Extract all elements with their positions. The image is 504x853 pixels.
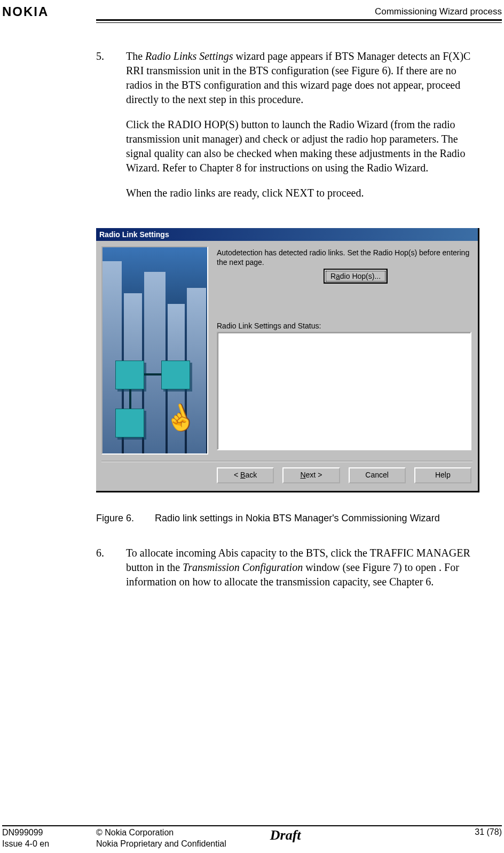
- section-label: Radio Link Settings and Status:: [217, 321, 321, 331]
- issue: Issue 4-0 en: [2, 839, 96, 850]
- paragraph: Click the RADIO HOP(S) button to launch …: [126, 118, 481, 175]
- step-6: 6. To allocate incoming Abis capacity to…: [96, 546, 481, 600]
- rule: [96, 22, 502, 23]
- rule: [96, 19, 502, 21]
- paragraph: When the radio links are ready, click NE…: [126, 186, 481, 200]
- figure-caption: Figure 6. Radio link settings in Nokia B…: [96, 512, 481, 525]
- step-5: 5. The Radio Links Settings wizard page …: [96, 49, 481, 211]
- dialog-instruction-text: Autodetection has detected radio links. …: [217, 246, 471, 267]
- page-number: 31 (78): [475, 827, 502, 837]
- paragraph: The Radio Links Settings wizard page app…: [126, 49, 481, 107]
- draft-watermark: Draft: [270, 827, 301, 843]
- back-button[interactable]: < Back: [217, 467, 274, 483]
- rule: [2, 825, 502, 826]
- cancel-button[interactable]: Cancel: [349, 467, 406, 483]
- doc-id: DN999099: [2, 827, 96, 839]
- text: dio Hop(s)...: [340, 272, 381, 280]
- text: R: [330, 272, 336, 280]
- figure-number: Figure 6.: [96, 512, 155, 525]
- step-number: 6.: [96, 546, 126, 600]
- text: ext >: [306, 471, 322, 479]
- dialog-titlebar: Radio Link Settings: [96, 228, 478, 241]
- figure-caption-text: Radio link settings in Nokia BTS Manager…: [155, 512, 440, 525]
- page-header-title: Commissioning Wizard process: [375, 6, 502, 17]
- radio-link-status-listbox[interactable]: [217, 332, 471, 450]
- wizard-sidebar-image: ☝: [101, 246, 208, 455]
- text: a: [336, 272, 340, 280]
- page-footer: DN999099 Issue 4-0 en © Nokia Corporatio…: [2, 827, 502, 850]
- next-button[interactable]: Next >: [282, 467, 340, 483]
- text-italic: Transmission Configuration: [183, 561, 303, 573]
- confidential: Nokia Proprietary and Confidential: [96, 839, 270, 850]
- paragraph: To allocate incoming Abis capacity to th…: [126, 546, 481, 589]
- copyright: © Nokia Corporation: [96, 827, 270, 839]
- help-button[interactable]: Help: [414, 467, 471, 483]
- text: <: [234, 471, 240, 479]
- radio-hop-button[interactable]: Radio Hop(s)...: [324, 269, 388, 284]
- text: ack: [245, 471, 257, 479]
- text: The: [126, 50, 145, 62]
- text-italic: Radio Links Settings: [145, 50, 233, 62]
- step-number: 5.: [96, 49, 126, 211]
- text: N: [300, 471, 305, 479]
- figure-6: Radio Link Settings ☝ Autodetection has …: [96, 228, 481, 525]
- logo: NOKIA: [2, 4, 49, 19]
- dialog-radio-link-settings: Radio Link Settings ☝ Autodetection has …: [96, 228, 479, 492]
